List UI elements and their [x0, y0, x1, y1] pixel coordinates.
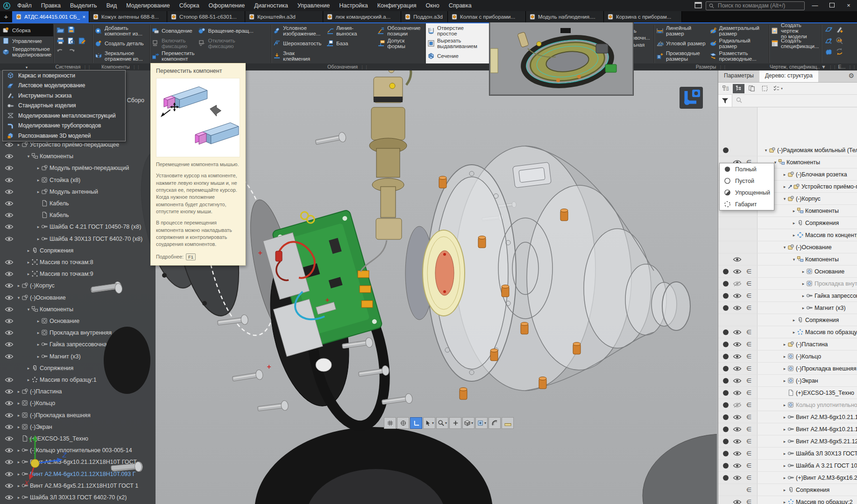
element-of-icon[interactable]: ∈ [746, 304, 751, 311]
eye-icon[interactable] [5, 154, 14, 159]
element-of-icon[interactable]: ∈ [746, 377, 751, 384]
tb-marquee-button[interactable] [759, 84, 771, 93]
structure-tree-row[interactable]: ∈▸Шайба А 3.21 ГОСТ 10450-78 [718, 460, 857, 472]
model-tree-row[interactable]: ▾(-)Основание [0, 292, 156, 303]
eye-icon[interactable] [733, 354, 742, 359]
doc-tab-2[interactable]: Стопор 688-51-с6301... [167, 11, 245, 22]
menu-1[interactable]: Правка [36, 0, 65, 11]
eye-icon[interactable] [733, 427, 742, 432]
expander-icon[interactable]: ▸ [16, 483, 21, 488]
eye-icon[interactable] [5, 259, 14, 265]
expander-icon[interactable]: ▸ [782, 172, 787, 177]
ribbon-button[interactable]: Сечение [426, 49, 494, 62]
toolset-item-2[interactable]: Инструменты эскиза [3, 91, 125, 101]
ribbon-button[interactable]: Отверстие простое [426, 24, 494, 37]
expander-icon[interactable]: ▸ [16, 425, 21, 429]
eye-icon[interactable] [5, 389, 14, 394]
model-tree-row[interactable]: ▸Основание [0, 315, 156, 327]
command-search[interactable] [706, 1, 805, 10]
expander-icon[interactable]: ▸ [16, 283, 21, 288]
model-tree-row[interactable]: ▸Шайба 4 30Х13 ГОСТ 6402-70 (x8) [0, 233, 156, 245]
model-tree-row[interactable]: ▾Компоненты [0, 303, 156, 315]
expander-icon[interactable]: ▸ [782, 403, 787, 407]
element-of-icon[interactable]: ∈ [746, 341, 751, 348]
ribbon-button[interactable]: Линия-выноска [325, 24, 375, 37]
eye-icon[interactable] [733, 463, 742, 469]
eye-icon[interactable] [5, 224, 14, 230]
eye-icon[interactable] [733, 390, 742, 396]
expander-icon[interactable]: ▸ [16, 389, 21, 394]
bt-shell-button[interactable] [489, 417, 501, 429]
expander-icon[interactable]: ▸ [16, 495, 21, 500]
structure-tree-row[interactable]: ▸Сопряжения [718, 314, 857, 326]
load-state-bullet[interactable] [723, 342, 729, 347]
load-state-bullet[interactable] [723, 147, 729, 153]
expander-icon[interactable]: ▸ [26, 272, 31, 276]
doc-tab-8[interactable]: Корзина с приборам... [604, 11, 682, 22]
model-tree-row[interactable]: ▸Магнит (x3) [0, 350, 156, 362]
eye-off-icon[interactable] [733, 281, 742, 287]
eye-icon[interactable] [5, 271, 14, 277]
repl-button[interactable] [836, 47, 843, 56]
ribbon-button[interactable]: Включить фиксацию [150, 37, 196, 49]
model-tree-row[interactable]: Кабель [0, 197, 156, 209]
toolset-item-0[interactable]: Каркас и поверхности [3, 70, 125, 81]
element-of-icon[interactable]: ∈ [746, 438, 751, 445]
eye-icon[interactable] [733, 269, 742, 274]
model-tree-row[interactable]: ▸(-)Прокладка внешняя [0, 409, 156, 421]
load-state-bullet[interactable] [723, 475, 729, 481]
menu-5[interactable]: Сборка [175, 0, 204, 11]
structure-tree-row[interactable]: ∈▸Массив по образцу:2 [718, 496, 857, 504]
context-menu-item-2[interactable]: Упрощенный [720, 187, 774, 198]
tab-close-icon[interactable]: × [83, 14, 85, 20]
structure-tree-row[interactable]: ∈▸Винт А2.М4-6gx10.21.12Х18Н [718, 423, 857, 435]
eye-icon[interactable] [5, 448, 14, 453]
structure-tree-row[interactable]: ∈▸(+)Винт А2.М3-6gx16.21.12Х18 [718, 472, 857, 484]
eye-icon[interactable] [5, 307, 14, 312]
ribbon-set-tab-0[interactable]: Сборка [0, 24, 53, 36]
load-state-bullet[interactable] [723, 354, 729, 359]
bt-snap-button[interactable] [397, 417, 409, 429]
structure-tree-row[interactable]: ∈▸Магнит (x3) [718, 302, 857, 314]
eye-icon[interactable] [5, 165, 14, 171]
eye-icon[interactable] [5, 236, 14, 242]
expander-icon[interactable]: ▾ [26, 154, 31, 159]
doc-tab-0[interactable]: АТДС.464415.001 СБ_...× [12, 11, 89, 22]
ribbon-button[interactable]: Создать спецификаци... [770, 37, 821, 49]
toolset-item-5[interactable]: Моделирование трубопроводов [3, 121, 125, 131]
model-tree-row[interactable]: ▸Винт А2.М3-6gx10.21.12Х18Н10Т ГОСТ [0, 456, 156, 468]
expander-icon[interactable]: ▸ [35, 319, 41, 323]
structure-tree-row[interactable]: ▸Массив по концентрическ [718, 229, 857, 241]
element-of-icon[interactable]: ∈ [746, 413, 751, 420]
tb-check-button[interactable]: ▾ [772, 84, 784, 93]
menu-3[interactable]: Вид [102, 0, 122, 11]
structure-tree-row[interactable]: ∈▸Шайба 3Л 30Х13 ГОСТ 6402- [718, 448, 857, 460]
load-state-bullet[interactable] [723, 451, 729, 456]
structure-tree-row[interactable]: ∈▸Винт А2.М3-6gx10.21.12Х18Н [718, 411, 857, 423]
ribbon-button[interactable]: Диаметральный размер [708, 24, 761, 37]
bt-grid-button[interactable] [384, 417, 396, 429]
ribbon-button[interactable]: Создать чертеж по модели [770, 24, 821, 37]
eye-icon[interactable] [5, 483, 14, 489]
load-state-bullet[interactable] [723, 293, 729, 299]
menu-2[interactable]: Выделить [65, 0, 102, 11]
tb-sheets-button[interactable] [746, 84, 758, 93]
load-state-bullet[interactable] [723, 439, 729, 444]
bt-ruler-button[interactable] [502, 417, 514, 429]
panel-tab-1[interactable]: Дерево: структура [759, 70, 818, 82]
eye-icon[interactable] [5, 471, 14, 477]
expander-icon[interactable]: ▸ [782, 476, 787, 480]
doc-tab-6[interactable]: Колпак с приборами... [448, 11, 526, 22]
expander-icon[interactable]: ▾ [26, 307, 31, 312]
model-tree-row[interactable]: ▸Стойка (x8) [0, 174, 156, 186]
expander-icon[interactable]: ▸ [782, 500, 787, 504]
expander-icon[interactable]: ▾ [16, 295, 21, 300]
ribbon-button[interactable]: База [325, 37, 375, 49]
element-of-icon[interactable]: ∈ [746, 268, 751, 275]
expander-icon[interactable]: ▸ [800, 306, 806, 310]
menu-6[interactable]: Оформление [204, 0, 250, 11]
addp-button[interactable] [836, 25, 843, 34]
panel-tab-0[interactable]: Параметры [718, 70, 759, 82]
doc-tab-3[interactable]: Кронштейн.a3d [245, 11, 323, 22]
model-tree-row[interactable]: ▸Винт А2.М4-6gx10.21.12Х18Н10Т.093 Г [0, 468, 156, 480]
